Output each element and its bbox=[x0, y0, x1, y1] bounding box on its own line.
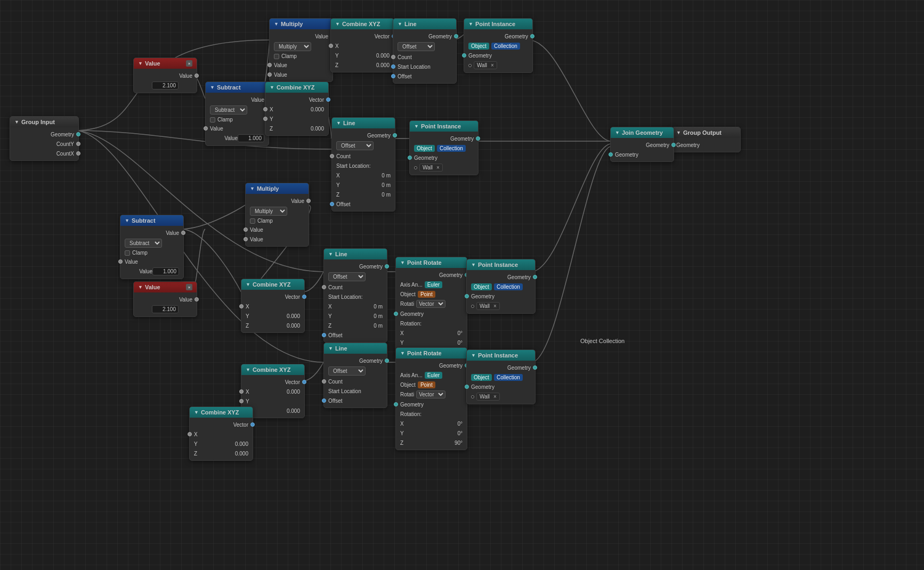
point-instance-1[interactable]: ▼ Point Instance Geometry Object Collect… bbox=[464, 18, 533, 73]
sub2-out bbox=[181, 231, 185, 235]
cxyz5-header: ▼ Combine XYZ bbox=[190, 407, 253, 418]
jg-geometry-in bbox=[609, 152, 613, 157]
mul2-type[interactable]: Multiply bbox=[250, 207, 287, 216]
multiply1-title: Multiply bbox=[281, 21, 303, 27]
point-rotate-1[interactable]: ▼ Point Rotate Geometry Axis An... Euler… bbox=[395, 257, 467, 360]
combine-xyz-3[interactable]: ▼ Combine XYZ Vector X Y 0.000 Z 0.000 bbox=[241, 279, 305, 333]
pi2-geom-in bbox=[408, 156, 412, 160]
cxyz3-out bbox=[302, 295, 306, 299]
join-geometry-node[interactable]: ▼ Join Geometry Geometry Geometry bbox=[610, 127, 674, 162]
sub2-type[interactable]: Subtract bbox=[125, 239, 162, 248]
pi2-geom-out bbox=[476, 136, 480, 141]
subtract-node-1[interactable]: ▼ Subtract Value Subtract Clamp Value Va… bbox=[205, 82, 269, 146]
line-node-4[interactable]: ▼ Line Geometry Offset Count Start Locat… bbox=[323, 343, 387, 408]
cxyz4-title: Combine XYZ bbox=[253, 367, 291, 373]
line-node-2[interactable]: ▼ Line Geometry Offset Count Start Locat… bbox=[331, 117, 395, 211]
line4-offset-sel[interactable]: Offset bbox=[328, 367, 366, 376]
join-geometry-header: ▼ Join Geometry bbox=[611, 127, 674, 138]
combine-xyz-5[interactable]: ▼ Combine XYZ Vector X Y 0.000 Z 0.000 bbox=[189, 406, 253, 461]
value2-input[interactable] bbox=[152, 305, 179, 313]
point-instance-2[interactable]: ▼ Point Instance Geometry Object Collect… bbox=[409, 120, 479, 175]
subtract1-header: ▼ Subtract bbox=[206, 82, 269, 93]
pr2-vector-sel[interactable]: Vector bbox=[416, 390, 445, 398]
pi4-wall-tag: Wall × bbox=[476, 393, 500, 401]
line2-title: Line bbox=[343, 120, 355, 126]
value1-close[interactable]: × bbox=[186, 60, 192, 67]
point-instance-4[interactable]: ▼ Point Instance Geometry Object Collect… bbox=[466, 349, 536, 404]
pr1-vector-sel[interactable]: Vector bbox=[416, 300, 445, 308]
sub1-type[interactable]: Subtract bbox=[210, 105, 247, 115]
mul1-val2-in bbox=[268, 72, 272, 77]
pi4-title: Point Instance bbox=[478, 352, 518, 359]
line1-offset-sel[interactable]: Offset bbox=[398, 42, 435, 51]
pi2-wall-tag: Wall × bbox=[419, 164, 443, 172]
subtract2-header: ▼ Subtract bbox=[120, 215, 183, 226]
pi1-title: Point Instance bbox=[475, 21, 515, 27]
point-instance-3[interactable]: ▼ Point Instance Geometry Object Collect… bbox=[466, 259, 536, 314]
multiply1-header: ▼ Multiply bbox=[270, 19, 333, 29]
cxyz5-title: Combine XYZ bbox=[201, 409, 239, 416]
value-node-2[interactable]: ▼ Value × Value bbox=[133, 281, 197, 317]
county-out-socket bbox=[76, 142, 80, 146]
group-output-node[interactable]: ▼ Group Output Geometry bbox=[671, 127, 741, 152]
line4-offset-in bbox=[322, 398, 326, 403]
sub1-clamp-cb[interactable] bbox=[210, 117, 215, 123]
line3-count-in bbox=[322, 285, 326, 289]
value-node-1[interactable]: ▼ Value × Value bbox=[133, 58, 197, 93]
cxyz2-out bbox=[326, 97, 330, 102]
line4-count-in bbox=[322, 379, 326, 384]
pr1-geom-in bbox=[394, 312, 398, 316]
cxyz1-x-in bbox=[329, 44, 333, 48]
geometry-label: Geometry bbox=[51, 132, 74, 137]
pi1-header: ▼ Point Instance bbox=[464, 19, 532, 29]
object-collection-label: Object Collection bbox=[580, 338, 625, 344]
sub2-clamp-cb[interactable] bbox=[125, 250, 130, 256]
point-rotate-2[interactable]: ▼ Point Rotate Geometry Axis An... Euler… bbox=[395, 347, 467, 450]
line3-offset-in bbox=[322, 333, 326, 337]
mul1-clamp-cb[interactable] bbox=[274, 54, 279, 59]
cxyz1-header: ▼ Combine XYZ bbox=[331, 19, 394, 29]
combine-xyz-1[interactable]: ▼ Combine XYZ Vector X Y 0.000 Z 0.000 bbox=[330, 18, 394, 72]
multiply-node-1[interactable]: ▼ Multiply Value Multiply Clamp Value Va… bbox=[269, 18, 333, 82]
pi2-obj-tag: Object bbox=[414, 145, 435, 152]
combine-xyz-2[interactable]: ▼ Combine XYZ Vector X 0.000 Y Z 0.000 bbox=[265, 82, 329, 136]
county-label: CountY bbox=[56, 141, 74, 147]
value1-input[interactable] bbox=[152, 82, 179, 89]
value2-close[interactable]: × bbox=[186, 284, 192, 290]
line2-offset-sel[interactable]: Offset bbox=[336, 141, 374, 150]
cxyz2-y-in bbox=[263, 117, 268, 121]
mul2-clamp-cb[interactable] bbox=[250, 218, 255, 224]
cxyz2-x-in bbox=[263, 107, 268, 111]
cxyz4-header: ▼ Combine XYZ bbox=[241, 364, 304, 375]
pr1-point-tag: Point bbox=[418, 291, 435, 298]
pi3-title: Point Instance bbox=[478, 262, 518, 268]
pr1-title: Point Rotate bbox=[407, 259, 442, 266]
line1-geom-out bbox=[454, 34, 458, 38]
pi2-header: ▼ Point Instance bbox=[410, 121, 478, 132]
cxyz5-out bbox=[250, 422, 255, 427]
group-input-node[interactable]: ▼ Group Input Geometry CountY CountX bbox=[10, 116, 79, 161]
cxyz3-header: ▼ Combine XYZ bbox=[241, 279, 304, 290]
subtract-node-2[interactable]: ▼ Subtract Value Subtract Clamp Value Va… bbox=[120, 215, 184, 279]
sub2-val-in bbox=[118, 259, 123, 264]
pi3-geom-in bbox=[465, 294, 469, 298]
mul2-out bbox=[306, 199, 311, 203]
line-node-1[interactable]: ▼ Line Geometry Offset Count Start Locat… bbox=[393, 18, 457, 84]
line-node-3[interactable]: ▼ Line Geometry Offset Count Start Locat… bbox=[323, 248, 387, 343]
group-output-title: Group Output bbox=[683, 129, 722, 136]
node-editor-canvas[interactable]: ▼ Group Input Geometry CountY CountX ▼ G… bbox=[0, 0, 924, 570]
line1-start-in bbox=[391, 64, 395, 69]
jg-geometry-out bbox=[671, 143, 676, 147]
line3-offset-sel[interactable]: Offset bbox=[328, 272, 366, 281]
pr2-geom-in bbox=[394, 402, 398, 406]
pr2-euler-tag: Euler bbox=[425, 372, 442, 379]
pi4-header: ▼ Point Instance bbox=[467, 350, 535, 361]
pi3-coll-tag: Collection bbox=[494, 283, 523, 290]
multiply2-title: Multiply bbox=[257, 185, 279, 192]
mul1-type[interactable]: Multiply bbox=[274, 42, 311, 51]
multiply-node-2[interactable]: ▼ Multiply Value Multiply Clamp Value Va… bbox=[245, 183, 309, 247]
pi2-dot bbox=[414, 166, 417, 169]
geometry-in-label2: Geometry bbox=[615, 152, 638, 158]
pi1-obj-tag: Object bbox=[468, 43, 489, 50]
cxyz3-title: Combine XYZ bbox=[253, 281, 291, 288]
